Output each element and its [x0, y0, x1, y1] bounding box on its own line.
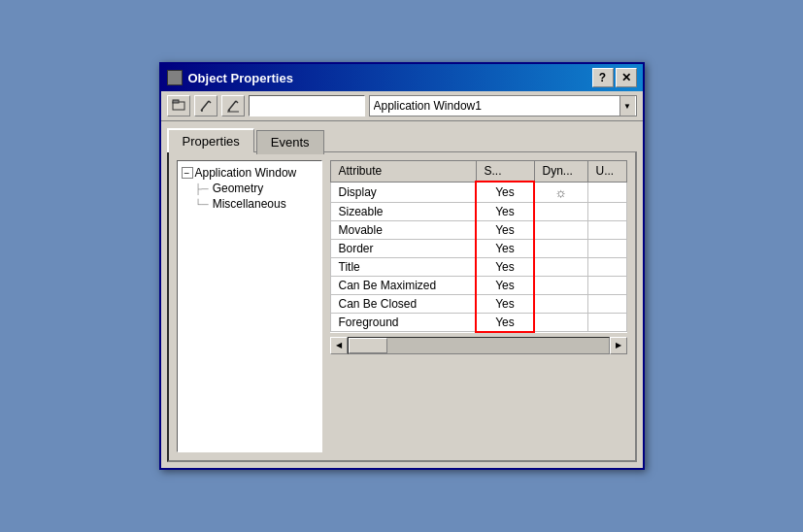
s-cell: Yes — [476, 276, 534, 294]
back-button[interactable] — [167, 95, 190, 116]
attr-cell: Display — [330, 182, 476, 202]
s-cell: Yes — [476, 202, 534, 220]
main-panel: Attribute S... Dyn... U... DisplayYes☼Si… — [330, 160, 627, 452]
s-cell: Yes — [476, 294, 534, 313]
lightbulb-icon: ☼ — [554, 184, 567, 200]
dyn-cell: ☼ — [534, 182, 587, 202]
object-name-select[interactable]: Application Window1 — [369, 95, 637, 116]
window-icon — [167, 70, 183, 85]
close-button[interactable]: ✕ — [616, 68, 637, 87]
scroll-left-button[interactable]: ◀ — [330, 337, 348, 354]
edit-button-2[interactable] — [221, 95, 245, 116]
dyn-cell — [534, 239, 587, 257]
tree-panel: − Application Window ├─ Geometry └─ Misc… — [177, 160, 322, 452]
s-cell: Yes — [476, 257, 534, 276]
attr-cell: Border — [330, 239, 476, 257]
tab-properties[interactable]: Properties — [167, 128, 254, 152]
attr-cell: Movable — [330, 220, 476, 239]
title-bar: Object Properties ? ✕ — [161, 64, 643, 91]
u-cell — [587, 202, 626, 220]
object-type-input[interactable]: Application Window — [249, 95, 365, 116]
col-s: S... — [476, 161, 534, 183]
u-cell — [587, 182, 626, 202]
dyn-cell — [534, 202, 587, 220]
scroll-thumb[interactable] — [349, 338, 387, 353]
scroll-right-button[interactable]: ▶ — [610, 337, 627, 354]
tab-events[interactable]: Events — [256, 130, 324, 154]
col-attribute: Attribute — [330, 161, 476, 183]
table-row[interactable]: MovableYes — [330, 220, 626, 239]
toolbar: Application Window Application Window1 ▼ — [161, 91, 643, 121]
u-cell — [587, 313, 626, 332]
tree-expand-icon[interactable]: − — [182, 167, 193, 179]
svg-rect-1 — [173, 100, 179, 103]
col-u: U... — [587, 161, 626, 183]
u-cell — [587, 220, 626, 239]
back-icon — [172, 99, 185, 113]
table-row[interactable]: TitleYes — [330, 257, 626, 276]
svg-line-5 — [228, 101, 236, 111]
horizontal-scrollbar: ◀ ▶ — [330, 337, 627, 354]
u-cell — [587, 257, 626, 276]
properties-table: Attribute S... Dyn... U... DisplayYes☼Si… — [330, 160, 627, 333]
table-row[interactable]: Can Be ClosedYes — [330, 294, 626, 313]
tabs-area: Properties Events — [161, 121, 643, 151]
tree-geometry-item[interactable]: ├─ Geometry — [195, 181, 318, 196]
attr-cell: Title — [330, 257, 476, 276]
u-cell — [587, 294, 626, 313]
object-select-wrapper: Application Window1 ▼ — [369, 95, 637, 116]
tree-root-item[interactable]: − Application Window — [182, 165, 318, 181]
edit-button-1[interactable] — [194, 95, 217, 116]
scroll-track[interactable] — [348, 337, 610, 354]
dyn-cell — [534, 257, 587, 276]
tree-misc-label: Miscellaneous — [213, 197, 286, 211]
edit-icon-2 — [226, 99, 240, 113]
title-bar-left: Object Properties — [167, 70, 293, 85]
window-title: Object Properties — [188, 71, 293, 85]
dyn-cell — [534, 276, 587, 294]
attr-cell: Can Be Closed — [330, 294, 476, 313]
dyn-cell — [534, 220, 587, 239]
svg-line-2 — [201, 101, 209, 111]
edit-icon-1 — [199, 99, 213, 113]
table-row[interactable]: ForegroundYes — [330, 313, 626, 332]
attr-cell: Sizeable — [330, 202, 476, 220]
table-row[interactable]: DisplayYes☼ — [330, 182, 626, 202]
col-dyn: Dyn... — [534, 161, 587, 183]
dyn-cell — [534, 294, 587, 313]
tree-line-geometry: ├─ — [195, 183, 209, 194]
table-row[interactable]: BorderYes — [330, 239, 626, 257]
object-properties-window: Object Properties ? ✕ — [159, 62, 645, 470]
svg-line-3 — [209, 101, 211, 103]
svg-line-6 — [236, 101, 238, 103]
help-button[interactable]: ? — [592, 68, 614, 87]
u-cell — [587, 276, 626, 294]
s-cell: Yes — [476, 182, 534, 202]
content-area: − Application Window ├─ Geometry └─ Misc… — [167, 151, 637, 462]
s-cell: Yes — [476, 313, 534, 332]
table-row[interactable]: Can Be MaximizedYes — [330, 276, 626, 294]
title-bar-buttons: ? ✕ — [592, 68, 637, 87]
attr-cell: Foreground — [330, 313, 476, 332]
tree-line-misc: └─ — [195, 199, 209, 210]
tree-children: ├─ Geometry └─ Miscellaneous — [195, 181, 318, 212]
tree-geometry-label: Geometry — [213, 182, 264, 195]
tree-root-label: Application Window — [195, 166, 297, 180]
dyn-cell — [534, 313, 587, 332]
attr-cell: Can Be Maximized — [330, 276, 476, 294]
u-cell — [587, 239, 626, 257]
table-row[interactable]: SizeableYes — [330, 202, 626, 220]
tree-misc-item[interactable]: └─ Miscellaneous — [195, 196, 318, 212]
s-cell: Yes — [476, 220, 534, 239]
s-cell: Yes — [476, 239, 534, 257]
